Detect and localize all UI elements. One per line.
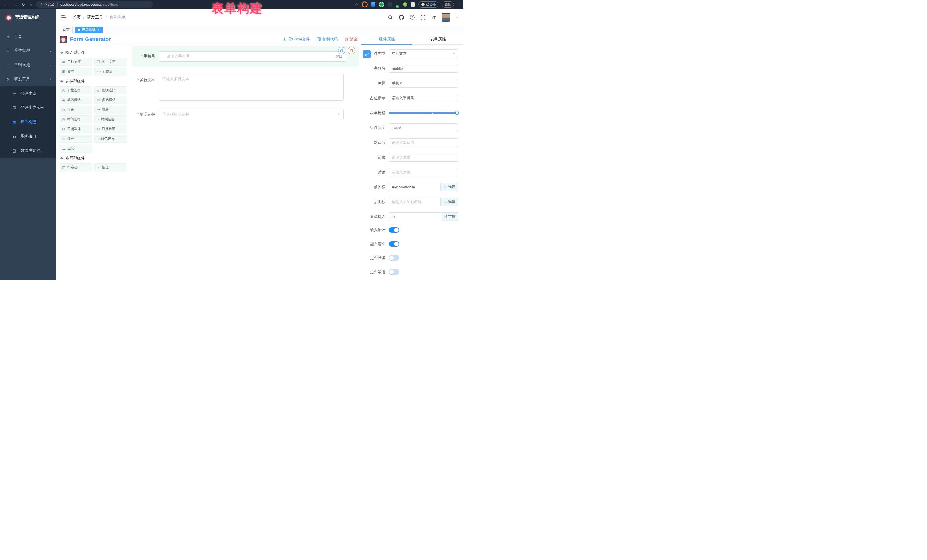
property-input-前缀[interactable]: 请输入前缀 (389, 153, 458, 162)
property-input-默认值[interactable]: 请输入默认值 (389, 138, 458, 147)
help-icon[interactable]: ? (410, 15, 415, 20)
sidebar-item-系统管理[interactable]: ⚙系统管理∨ (0, 44, 56, 58)
sidebar-subitem-系统接口[interactable]: ☷系统接口 (0, 129, 56, 143)
append-button-选择[interactable]: ☞选择 (441, 197, 458, 206)
property-input-后缀[interactable]: 请输入后缀 (389, 168, 458, 176)
component-chip-下拉选择[interactable]: ◎下拉选择 (59, 87, 92, 94)
property-input-最多输入[interactable]: 11 (389, 212, 442, 221)
property-input-字段名[interactable]: mobile (389, 64, 458, 73)
hamburger-icon[interactable] (61, 15, 67, 20)
component-chip-开关[interactable]: ⊖开关 (59, 106, 92, 114)
component-chip-单选框组[interactable]: ◉单选框组 (59, 96, 92, 104)
extension-icon[interactable] (371, 2, 375, 6)
component-chip-多行文本[interactable]: ❏多行文本 (94, 58, 127, 65)
export-vue-button[interactable]: 导出vue文件 (283, 37, 310, 42)
toggle-是否只读[interactable] (389, 255, 399, 261)
update-label: 更新 (445, 2, 451, 6)
extension-icon[interactable] (362, 2, 368, 8)
cascader-input[interactable]: 请选择级联选择 ∨ (159, 109, 344, 120)
property-select-组件类型[interactable]: 单行文本∨ (389, 49, 458, 58)
breadcrumb-item[interactable]: 研发工具 (87, 15, 103, 20)
extension-icon[interactable] (411, 2, 415, 6)
slider-handle[interactable] (455, 111, 459, 115)
browser-menu-icon[interactable]: ⋮ (457, 3, 460, 6)
component-chip-时间选择[interactable]: ◷时间选择 (59, 115, 92, 123)
not-secure-label[interactable]: 不安全 (44, 2, 55, 7)
upload-icon: ☁ (62, 147, 65, 150)
property-control: 请输入后缀 (389, 168, 458, 176)
github-icon[interactable] (399, 15, 404, 20)
sidebar-subitem-数据库文档[interactable]: ▤数据库文档 (0, 143, 56, 158)
sidebar-subitem-代码生成示例[interactable]: ☑代码生成示例 (0, 101, 56, 115)
reload-icon[interactable]: ↻ (22, 3, 25, 6)
sidebar-item-首页[interactable]: ◎首页 (0, 29, 56, 44)
canvas-field-textarea[interactable]: *多行文本 请输入多行文本 (132, 74, 359, 101)
toggle-能否清空[interactable] (389, 241, 399, 247)
component-chip-日期范围[interactable]: ⊟日期范围 (94, 125, 127, 133)
extension-icon[interactable] (403, 2, 407, 6)
toggle-是否禁用[interactable] (389, 269, 399, 275)
component-chip-时间范围[interactable]: ◔时间范围 (94, 115, 127, 123)
bookmark-star-icon[interactable]: ☆ (355, 2, 358, 6)
breadcrumb-item[interactable]: 首页 (73, 15, 81, 20)
profile-paused-button[interactable]: 已暂停 (418, 2, 438, 8)
extension-icon[interactable]: on (395, 2, 400, 6)
caret-down-icon[interactable]: ▼ (456, 16, 458, 19)
component-chip-单行文本[interactable]: ▭单行文本 (59, 58, 92, 65)
property-input-后图标[interactable]: 请输入后图标名称 (389, 197, 441, 206)
component-chip-按钮[interactable]: ☞按钮 (94, 163, 127, 171)
sidebar-subitem-代码生成[interactable]: </>代码生成 (0, 87, 56, 101)
url-host[interactable]: dashboard.yudao.iocoder.cn (61, 3, 103, 6)
property-control: 手机号 (389, 79, 458, 88)
delete-field-button[interactable] (348, 47, 355, 54)
mobile-input[interactable]: ▯ 请输入手机号 0/11 (159, 51, 346, 62)
form-grid-slider[interactable] (389, 109, 458, 117)
component-chip-颜色选择[interactable]: ◑颜色选择 (94, 135, 127, 143)
component-chip-密码[interactable]: ▣密码 (59, 68, 92, 75)
sidebar-item-基础设施[interactable]: ⊡基础设施∨ (0, 58, 56, 72)
property-input-前图标[interactable]: el-icon-mobile (389, 183, 441, 191)
sidebar-item-研发工具[interactable]: ⚒研发工具∧ (0, 72, 56, 87)
properties-tab-表单属性[interactable]: 表单属性 (412, 34, 464, 44)
user-avatar[interactable] (442, 12, 450, 22)
component-chip-级联选择[interactable]: ⋔级联选择 (94, 87, 127, 94)
property-input-组件宽度[interactable]: 100% (389, 123, 458, 132)
properties-panel: 组件属性表单属性 组件类型单行文本∨字段名mobile标题手机号占位提示请输入手… (361, 34, 464, 280)
forward-icon[interactable]: → (13, 3, 17, 6)
clear-button[interactable]: 清空 (345, 37, 358, 42)
view-tab-表单构建[interactable]: 表单构建× (75, 27, 103, 33)
view-tab-首页[interactable]: 首页 (59, 27, 73, 33)
textarea-input[interactable]: 请输入多行文本 (159, 74, 344, 101)
font-size-icon[interactable]: ᴛT (431, 15, 436, 20)
append-button-个字符[interactable]: 个字符 (442, 212, 459, 221)
link-icon[interactable] (363, 50, 371, 58)
component-chip-滑块[interactable]: ⊸滑块 (94, 106, 127, 114)
component-chip-计数器[interactable]: 123计数器 (94, 68, 127, 75)
duplicate-field-button[interactable] (338, 47, 345, 54)
extension-icon[interactable] (379, 2, 384, 7)
close-tab-icon[interactable]: × (97, 28, 100, 32)
component-chip-日期选择[interactable]: ⊞日期选择 (59, 125, 92, 133)
component-chip-多选框组[interactable]: ☑多选框组 (94, 96, 127, 104)
property-row-组件宽度: 组件宽度100% (362, 123, 458, 132)
property-input-标题[interactable]: 手机号 (389, 79, 458, 88)
chrome-update-button[interactable]: 更新 (442, 2, 454, 8)
search-icon[interactable] (388, 15, 393, 20)
sidebar-item-label: 基础设施 (14, 62, 30, 68)
canvas-field-mobile[interactable]: *手机号 ▯ 请输入手机号 0/11 (132, 46, 359, 67)
back-icon[interactable]: ← (5, 3, 9, 6)
component-chip-行容器[interactable]: ◫行容器 (59, 163, 92, 171)
properties-tab-组件属性[interactable]: 组件属性 (362, 34, 412, 44)
canvas-field-cascader[interactable]: *级联选择 请选择级联选择 ∨ (132, 109, 359, 120)
address-bar[interactable]: ⚠ 不安全 dashboard.yudao.iocoder.cn/tool/bu… (36, 2, 153, 8)
append-button-选择[interactable]: ☞选择 (441, 183, 458, 191)
component-chip-评分[interactable]: ☆评分 (59, 135, 92, 143)
fullscreen-icon[interactable] (421, 15, 425, 20)
copy-code-button[interactable]: 复制代码 (317, 37, 338, 42)
component-chip-上传[interactable]: ☁上传 (59, 144, 92, 152)
home-browser-icon[interactable]: ⌂ (30, 3, 32, 6)
toggle-输入统计[interactable] (389, 227, 399, 233)
property-input-占位提示[interactable]: 请输入手机号 (389, 94, 458, 102)
sidebar-subitem-表单构建[interactable]: ▦表单构建 (0, 115, 56, 129)
extension-icon[interactable] (388, 2, 392, 6)
